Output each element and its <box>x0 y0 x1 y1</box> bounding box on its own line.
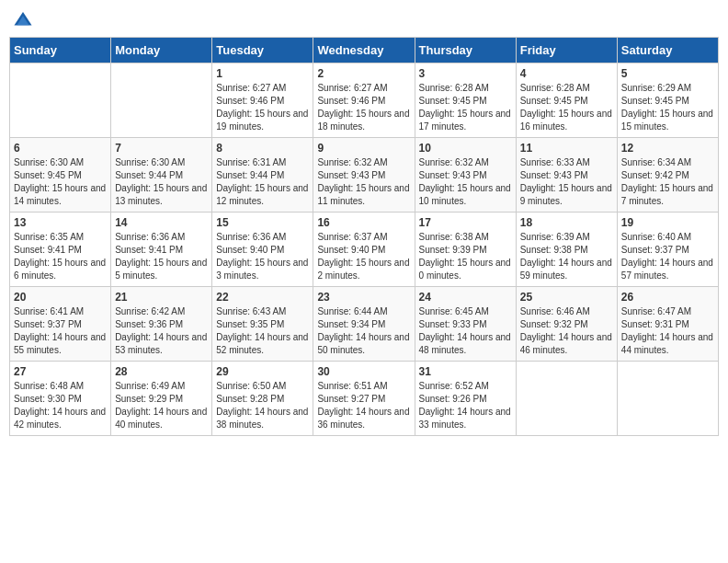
calendar-cell: 15 Sunrise: 6:36 AMSunset: 9:40 PMDaylig… <box>212 213 313 287</box>
calendar-cell: 7 Sunrise: 6:30 AMSunset: 9:44 PMDayligh… <box>111 138 212 213</box>
day-number: 13 <box>14 216 107 229</box>
weekday-header-monday: Monday <box>111 38 212 63</box>
day-number: 23 <box>317 291 410 304</box>
day-number: 15 <box>216 216 309 229</box>
calendar-cell: 8 Sunrise: 6:31 AMSunset: 9:44 PMDayligh… <box>212 138 313 213</box>
day-info: Sunrise: 6:35 AMSunset: 9:41 PMDaylight:… <box>14 231 107 282</box>
weekday-row: SundayMondayTuesdayWednesdayThursdayFrid… <box>10 38 719 63</box>
day-info: Sunrise: 6:52 AMSunset: 9:26 PMDaylight:… <box>419 380 512 431</box>
day-number: 31 <box>419 365 512 378</box>
day-info: Sunrise: 6:51 AMSunset: 9:27 PMDaylight:… <box>317 380 410 431</box>
calendar-table: SundayMondayTuesdayWednesdayThursdayFrid… <box>9 37 719 436</box>
day-info: Sunrise: 6:27 AMSunset: 9:46 PMDaylight:… <box>317 82 410 133</box>
day-number: 4 <box>520 67 613 80</box>
day-number: 11 <box>520 142 613 155</box>
day-info: Sunrise: 6:43 AMSunset: 9:35 PMDaylight:… <box>216 305 309 357</box>
day-number: 8 <box>216 142 309 155</box>
day-info: Sunrise: 6:28 AMSunset: 9:45 PMDaylight:… <box>419 82 512 133</box>
calendar-cell: 17 Sunrise: 6:38 AMSunset: 9:39 PMDaylig… <box>415 213 516 287</box>
calendar-cell: 19 Sunrise: 6:40 AMSunset: 9:37 PMDaylig… <box>617 213 718 287</box>
calendar-cell: 27 Sunrise: 6:48 AMSunset: 9:30 PMDaylig… <box>10 362 111 436</box>
day-info: Sunrise: 6:42 AMSunset: 9:36 PMDaylight:… <box>115 305 208 357</box>
logo <box>13 9 37 29</box>
calendar-cell <box>111 63 212 138</box>
calendar-cell: 9 Sunrise: 6:32 AMSunset: 9:43 PMDayligh… <box>313 138 415 213</box>
calendar-cell: 26 Sunrise: 6:47 AMSunset: 9:31 PMDaylig… <box>617 287 718 362</box>
day-number: 6 <box>14 142 107 155</box>
day-number: 30 <box>317 365 410 378</box>
weekday-header-friday: Friday <box>516 38 617 63</box>
day-info: Sunrise: 6:30 AMSunset: 9:44 PMDaylight:… <box>115 156 208 208</box>
day-number: 24 <box>419 291 512 304</box>
page-header <box>9 9 719 29</box>
calendar-cell: 2 Sunrise: 6:27 AMSunset: 9:46 PMDayligh… <box>313 63 415 138</box>
day-info: Sunrise: 6:32 AMSunset: 9:43 PMDaylight:… <box>419 156 512 208</box>
calendar-cell <box>10 63 111 138</box>
calendar-cell: 20 Sunrise: 6:41 AMSunset: 9:37 PMDaylig… <box>10 287 111 362</box>
calendar-cell: 30 Sunrise: 6:51 AMSunset: 9:27 PMDaylig… <box>313 362 415 436</box>
day-info: Sunrise: 6:38 AMSunset: 9:39 PMDaylight:… <box>419 231 512 282</box>
day-number: 16 <box>317 216 410 229</box>
calendar-cell: 31 Sunrise: 6:52 AMSunset: 9:26 PMDaylig… <box>415 362 516 436</box>
day-info: Sunrise: 6:33 AMSunset: 9:43 PMDaylight:… <box>520 156 613 208</box>
calendar-cell: 3 Sunrise: 6:28 AMSunset: 9:45 PMDayligh… <box>415 63 516 138</box>
calendar-week-4: 20 Sunrise: 6:41 AMSunset: 9:37 PMDaylig… <box>10 287 719 362</box>
day-number: 22 <box>216 291 309 304</box>
day-number: 28 <box>115 365 208 378</box>
weekday-header-saturday: Saturday <box>617 38 718 63</box>
calendar-week-3: 13 Sunrise: 6:35 AMSunset: 9:41 PMDaylig… <box>10 213 719 287</box>
calendar-cell: 23 Sunrise: 6:44 AMSunset: 9:34 PMDaylig… <box>313 287 415 362</box>
day-info: Sunrise: 6:50 AMSunset: 9:28 PMDaylight:… <box>216 380 309 431</box>
calendar-cell: 16 Sunrise: 6:37 AMSunset: 9:40 PMDaylig… <box>313 213 415 287</box>
day-number: 12 <box>621 142 714 155</box>
calendar-cell <box>516 362 617 436</box>
day-info: Sunrise: 6:41 AMSunset: 9:37 PMDaylight:… <box>14 305 107 357</box>
calendar-cell: 29 Sunrise: 6:50 AMSunset: 9:28 PMDaylig… <box>212 362 313 436</box>
day-info: Sunrise: 6:34 AMSunset: 9:42 PMDaylight:… <box>621 156 714 208</box>
day-number: 10 <box>419 142 512 155</box>
day-number: 5 <box>621 67 714 80</box>
day-info: Sunrise: 6:36 AMSunset: 9:40 PMDaylight:… <box>216 231 309 282</box>
day-number: 18 <box>520 216 613 229</box>
calendar-cell: 6 Sunrise: 6:30 AMSunset: 9:45 PMDayligh… <box>10 138 111 213</box>
day-number: 19 <box>621 216 714 229</box>
calendar-cell <box>617 362 718 436</box>
day-info: Sunrise: 6:28 AMSunset: 9:45 PMDaylight:… <box>520 82 613 133</box>
weekday-header-wednesday: Wednesday <box>313 38 415 63</box>
day-number: 21 <box>115 291 208 304</box>
day-info: Sunrise: 6:45 AMSunset: 9:33 PMDaylight:… <box>419 305 512 357</box>
calendar-cell: 22 Sunrise: 6:43 AMSunset: 9:35 PMDaylig… <box>212 287 313 362</box>
day-number: 1 <box>216 67 309 80</box>
day-info: Sunrise: 6:44 AMSunset: 9:34 PMDaylight:… <box>317 305 410 357</box>
calendar-cell: 28 Sunrise: 6:49 AMSunset: 9:29 PMDaylig… <box>111 362 212 436</box>
day-info: Sunrise: 6:31 AMSunset: 9:44 PMDaylight:… <box>216 156 309 208</box>
calendar-week-2: 6 Sunrise: 6:30 AMSunset: 9:45 PMDayligh… <box>10 138 719 213</box>
day-info: Sunrise: 6:32 AMSunset: 9:43 PMDaylight:… <box>317 156 410 208</box>
weekday-header-sunday: Sunday <box>10 38 111 63</box>
calendar-cell: 14 Sunrise: 6:36 AMSunset: 9:41 PMDaylig… <box>111 213 212 287</box>
calendar-cell: 12 Sunrise: 6:34 AMSunset: 9:42 PMDaylig… <box>617 138 718 213</box>
day-info: Sunrise: 6:37 AMSunset: 9:40 PMDaylight:… <box>317 231 410 282</box>
day-info: Sunrise: 6:46 AMSunset: 9:32 PMDaylight:… <box>520 305 613 357</box>
day-number: 14 <box>115 216 208 229</box>
calendar-cell: 4 Sunrise: 6:28 AMSunset: 9:45 PMDayligh… <box>516 63 617 138</box>
logo-icon <box>13 9 33 29</box>
calendar-cell: 13 Sunrise: 6:35 AMSunset: 9:41 PMDaylig… <box>10 213 111 287</box>
day-number: 20 <box>14 291 107 304</box>
day-number: 9 <box>317 142 410 155</box>
day-number: 7 <box>115 142 208 155</box>
calendar-week-5: 27 Sunrise: 6:48 AMSunset: 9:30 PMDaylig… <box>10 362 719 436</box>
day-info: Sunrise: 6:47 AMSunset: 9:31 PMDaylight:… <box>621 305 714 357</box>
day-info: Sunrise: 6:27 AMSunset: 9:46 PMDaylight:… <box>216 82 309 133</box>
calendar-cell: 5 Sunrise: 6:29 AMSunset: 9:45 PMDayligh… <box>617 63 718 138</box>
calendar-cell: 1 Sunrise: 6:27 AMSunset: 9:46 PMDayligh… <box>212 63 313 138</box>
day-info: Sunrise: 6:40 AMSunset: 9:37 PMDaylight:… <box>621 231 714 282</box>
calendar-header: SundayMondayTuesdayWednesdayThursdayFrid… <box>10 38 719 63</box>
day-info: Sunrise: 6:29 AMSunset: 9:45 PMDaylight:… <box>621 82 714 133</box>
day-info: Sunrise: 6:36 AMSunset: 9:41 PMDaylight:… <box>115 231 208 282</box>
calendar-cell: 21 Sunrise: 6:42 AMSunset: 9:36 PMDaylig… <box>111 287 212 362</box>
day-number: 29 <box>216 365 309 378</box>
day-number: 25 <box>520 291 613 304</box>
calendar-cell: 10 Sunrise: 6:32 AMSunset: 9:43 PMDaylig… <box>415 138 516 213</box>
calendar-cell: 24 Sunrise: 6:45 AMSunset: 9:33 PMDaylig… <box>415 287 516 362</box>
